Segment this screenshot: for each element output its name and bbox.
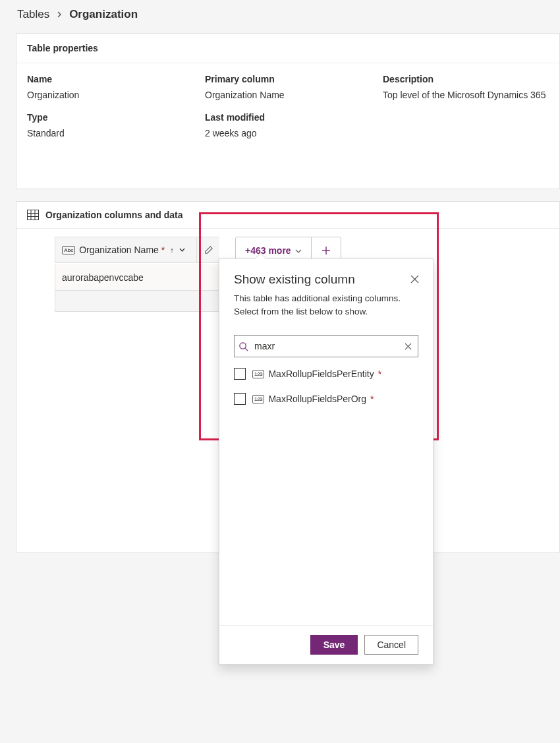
- search-icon: [238, 342, 249, 351]
- clear-search-button[interactable]: [402, 343, 414, 350]
- save-button[interactable]: Save: [310, 635, 358, 655]
- prop-primary-label: Primary column: [205, 74, 383, 84]
- text-type-icon: Abc: [62, 246, 75, 254]
- table-row[interactable]: aurorabapenvccabe: [55, 264, 219, 291]
- table-properties-panel: Table properties Name Organization Type …: [16, 33, 560, 189]
- option-label: MaxRollupFieldsPerOrg: [268, 394, 366, 404]
- cell-organization-name: aurorabapenvccabe: [62, 272, 144, 283]
- column-header-organization-name[interactable]: Abc Organization Name * ↑: [55, 237, 197, 263]
- number-type-icon: 123: [252, 395, 264, 403]
- prop-name-value: Organization: [27, 90, 205, 100]
- chevron-right-icon: [56, 11, 63, 20]
- column-option-maxrollupfieldsperorg[interactable]: 123 MaxRollupFieldsPerOrg *: [219, 386, 433, 411]
- chevron-down-icon[interactable]: [179, 247, 185, 253]
- show-existing-column-popover: Show existing column This table has addi…: [219, 258, 434, 665]
- checkbox[interactable]: [234, 393, 246, 405]
- prop-description-value: Top level of the Microsoft Dynamics 365 …: [383, 90, 549, 100]
- number-type-icon: 123: [252, 370, 264, 378]
- table-grid-icon: [27, 210, 39, 220]
- chevron-down-icon: [295, 247, 302, 254]
- sort-ascending-icon: ↑: [170, 246, 174, 254]
- option-label: MaxRollupFieldsPerEntity: [268, 369, 374, 379]
- columns-data-header: Organization columns and data: [45, 210, 182, 220]
- prop-primary-value: Organization Name: [205, 90, 383, 100]
- prop-description-label: Description: [383, 74, 549, 84]
- close-button[interactable]: [406, 271, 422, 287]
- checkbox[interactable]: [234, 368, 246, 380]
- column-header-label: Organization Name: [79, 245, 159, 255]
- popover-subtitle: This table has additional existing colum…: [234, 292, 418, 318]
- breadcrumb-root-link[interactable]: Tables: [17, 8, 49, 21]
- svg-point-9: [240, 343, 246, 349]
- edit-column-button[interactable]: [197, 237, 219, 263]
- required-asterisk: *: [378, 369, 381, 379]
- breadcrumb-current: Organization: [69, 8, 138, 21]
- prop-modified-value: 2 weeks ago: [205, 128, 383, 138]
- table-row-empty[interactable]: [55, 291, 219, 312]
- more-columns-label: +463 more: [245, 245, 291, 256]
- column-option-maxrollupfieldsperentity[interactable]: 123 MaxRollupFieldsPerEntity *: [219, 361, 433, 386]
- required-asterisk: *: [370, 394, 374, 404]
- table-properties-header: Table properties: [16, 34, 559, 63]
- svg-rect-0: [28, 210, 39, 220]
- required-asterisk: *: [161, 245, 165, 255]
- search-input[interactable]: [253, 340, 398, 352]
- prop-name-label: Name: [27, 74, 205, 84]
- svg-line-10: [245, 348, 248, 351]
- prop-type-label: Type: [27, 112, 205, 123]
- prop-modified-label: Last modified: [205, 112, 383, 123]
- popover-title: Show existing column: [234, 272, 418, 287]
- cancel-button[interactable]: Cancel: [364, 635, 418, 655]
- search-input-container[interactable]: [234, 335, 418, 357]
- breadcrumb: Tables Organization: [0, 0, 560, 29]
- prop-type-value: Standard: [27, 128, 205, 138]
